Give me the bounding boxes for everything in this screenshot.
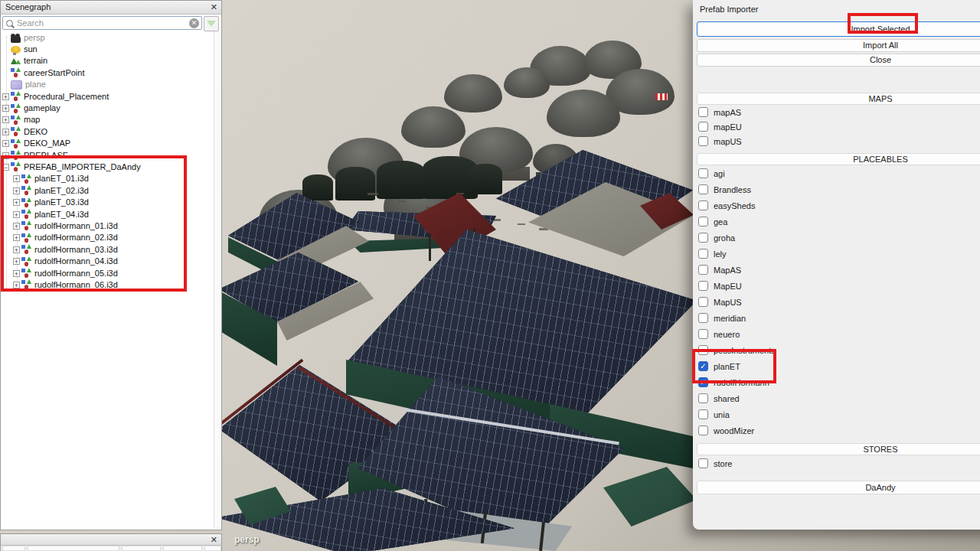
checkbox-mapEU[interactable] — [698, 122, 708, 132]
checkbox-label: easySheds — [714, 201, 755, 210]
expand-icon[interactable]: + — [2, 116, 9, 123]
checkbox-MapUS[interactable] — [698, 297, 708, 307]
filter-button[interactable] — [204, 16, 219, 31]
checkbox-row-mapUS[interactable]: mapUS — [693, 134, 980, 148]
checkbox-gea[interactable] — [698, 217, 708, 227]
checkbox-woodMizer[interactable] — [698, 425, 708, 435]
storage-tank — [469, 164, 502, 194]
tree-item-label: careerStartPoint — [24, 68, 84, 77]
checkbox-label: agi — [714, 169, 725, 178]
checkbox-row-lely[interactable]: lely — [693, 246, 980, 262]
search-row: Search ✕ — [2, 16, 219, 30]
checkbox-row-shared[interactable]: shared — [693, 390, 980, 406]
checkbox-row-agi[interactable]: agi — [693, 165, 980, 181]
checkbox-row-neuero[interactable]: neuero — [693, 326, 980, 342]
expand-icon[interactable]: + — [2, 93, 9, 100]
tree-expander[interactable]: + — [1, 103, 11, 112]
checkbox-label: shared — [714, 394, 740, 403]
tree-item-terrain[interactable]: terrain — [1, 55, 214, 67]
scenegraph-close-icon[interactable]: ✕ — [211, 1, 217, 14]
checkbox-label: mapEU — [714, 122, 742, 132]
section-header-daandy[interactable]: DaAndy — [697, 481, 980, 494]
bottom-panel-close-icon[interactable]: ✕ — [211, 534, 217, 545]
scene-mark — [368, 193, 378, 195]
search-clear-icon[interactable]: ✕ — [189, 18, 199, 28]
checkbox-unia[interactable] — [698, 409, 708, 419]
checkbox-Brandless[interactable] — [698, 184, 708, 194]
checkbox-MapEU[interactable] — [698, 281, 708, 291]
search-input[interactable]: Search ✕ — [2, 16, 202, 30]
checkbox-row-MapAS[interactable]: MapAS — [693, 262, 980, 278]
tree-item-sun[interactable]: sun — [1, 43, 214, 54]
search-placeholder: Search — [17, 18, 189, 28]
tree-item-persp[interactable]: persp — [1, 31, 214, 43]
section-header-maps[interactable]: MAPS — [697, 93, 980, 105]
checkbox-row-groha[interactable]: groha — [693, 230, 980, 246]
checkbox-groha[interactable] — [698, 233, 708, 243]
checkbox-row-meridian[interactable]: meridian — [693, 310, 980, 326]
checkbox-row-mapAS[interactable]: mapAS — [693, 105, 980, 119]
close-button[interactable]: Close — [697, 54, 980, 67]
checkbox-label: MapAS — [714, 266, 741, 275]
expand-icon[interactable]: + — [2, 129, 9, 135]
import-all-button[interactable]: Import All — [697, 39, 980, 52]
checkbox-row-gea[interactable]: gea — [693, 214, 980, 230]
tree-item-DEKO[interactable]: +DEKO — [1, 126, 214, 137]
tree-item-DEKO_MAP[interactable]: +DEKO_MAP — [1, 138, 214, 149]
tree-item-label: gameplay — [24, 103, 60, 112]
checkbox-row-unia[interactable]: unia — [693, 406, 980, 422]
checkbox-row-store[interactable]: store — [693, 455, 980, 471]
tree-item-label: terrain — [24, 56, 47, 65]
checkbox-lely[interactable] — [698, 249, 708, 259]
scenegraph-scrollbar[interactable] — [214, 31, 220, 529]
tree-item-gameplay[interactable]: +gameplay — [1, 102, 214, 113]
tree-item-map[interactable]: +map — [1, 114, 214, 126]
checkbox-row-easySheds[interactable]: easySheds — [693, 197, 980, 214]
tree-expander[interactable]: + — [1, 115, 11, 124]
checkbox-agi[interactable] — [698, 168, 708, 178]
checkbox-label: store — [714, 459, 732, 468]
tree-item-plane[interactable]: plane — [1, 79, 214, 90]
checkbox-label: MapUS — [714, 298, 742, 307]
bulb-icon — [11, 46, 21, 54]
checkbox-mapUS[interactable] — [698, 136, 708, 146]
tree-expander[interactable]: + — [1, 92, 11, 101]
checkbox-row-mapEU[interactable]: mapEU — [693, 119, 980, 134]
checkbox-label: MapEU — [714, 282, 742, 291]
checkbox-row-Brandless[interactable]: Brandless — [693, 181, 980, 197]
checkbox-neuero[interactable] — [698, 329, 708, 339]
checkbox-store[interactable] — [698, 458, 708, 468]
striped-marker — [655, 93, 668, 100]
checkbox-easySheds[interactable] — [698, 201, 708, 210]
tree-expander[interactable]: + — [1, 127, 11, 136]
checkbox-shared[interactable] — [698, 393, 708, 403]
toolbar-cell — [204, 546, 221, 551]
tree-item-label: Procedural_Placement — [24, 92, 109, 101]
toolbar-cell — [28, 546, 119, 551]
section-header-stores[interactable]: STORES — [697, 443, 980, 455]
expand-icon[interactable]: + — [2, 105, 9, 112]
checkbox-MapAS[interactable] — [698, 265, 708, 275]
ground-panel — [603, 467, 697, 527]
checkbox-row-MapUS[interactable]: MapUS — [693, 294, 980, 310]
tree-item-Procedural_Placement[interactable]: +Procedural_Placement — [1, 90, 214, 102]
checkbox-row-woodMizer[interactable]: woodMizer — [693, 422, 980, 439]
search-icon — [6, 20, 13, 27]
tree-item-label: DEKO — [24, 127, 47, 136]
checkbox-meridian[interactable] — [698, 313, 708, 323]
expand-icon[interactable]: + — [2, 140, 9, 147]
checkbox-label: unia — [714, 410, 730, 419]
checkbox-mapAS[interactable] — [698, 107, 708, 117]
cube-icon — [11, 80, 22, 90]
terrain-icon — [11, 56, 21, 66]
checkbox-row-MapEU[interactable]: MapEU — [693, 278, 980, 294]
checkbox-label: gea — [714, 217, 727, 227]
section-header-placeables[interactable]: PLACEABLES — [697, 153, 980, 165]
biogas-dome — [504, 67, 550, 98]
bottom-panel-titlebar: ✕ — [1, 534, 221, 546]
import-selected-button[interactable]: Import Selected — [697, 21, 980, 37]
checkbox-label: woodMizer — [714, 426, 754, 435]
checkbox-label: lely — [714, 249, 727, 259]
tree-item-careerStartPoint[interactable]: careerStartPoint — [1, 67, 214, 78]
tree-expander[interactable]: + — [1, 139, 11, 148]
